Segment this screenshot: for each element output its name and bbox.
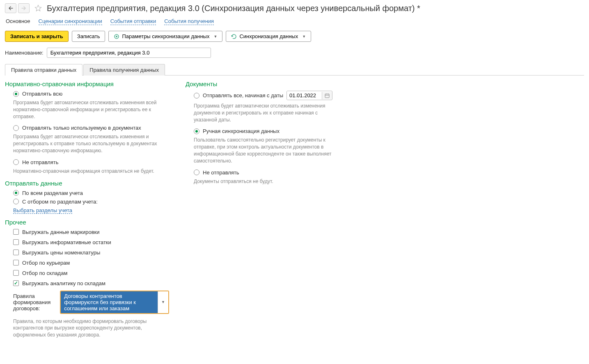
date-input-wrap (286, 91, 332, 100)
docs-no-send-desc: Документы отправляться не будут. (186, 178, 341, 185)
radio-icon (194, 93, 199, 98)
checkbox-export-warehouse-analytics[interactable]: Выгружать аналитику по складам (5, 280, 169, 286)
name-field-row: Наименование: (5, 48, 584, 58)
date-input[interactable] (287, 91, 322, 100)
svg-point-1 (116, 36, 117, 37)
caret-down-icon: ▼ (158, 291, 168, 313)
date-picker-button[interactable] (322, 92, 332, 99)
toolbar: Записать и закрыть Записать Параметры си… (5, 31, 584, 42)
nsi-no-send-desc: Нормативно-справочная информация отправл… (5, 168, 161, 175)
radio-icon (194, 128, 199, 134)
contract-rules-value: Договоры контрагентов формируются без пр… (61, 291, 158, 313)
nav-forward-button[interactable] (18, 3, 30, 13)
page-title: Бухгалтерия предприятия, редакция 3.0 (С… (47, 4, 420, 13)
refresh-icon (231, 34, 237, 39)
nsi-title: Нормативно-справочная информация (5, 80, 169, 87)
gear-sync-icon (114, 34, 119, 39)
checkbox-label: Выгружать аналитику по складам (22, 280, 105, 286)
radio-label: Ручная синхронизация данных (203, 128, 280, 134)
radio-docs-no-send[interactable]: Не отправлять (186, 169, 350, 176)
name-label: Наименование: (5, 50, 44, 56)
contract-rules-desc: Правила, по которым необходимо формирова… (5, 318, 169, 339)
radio-docs-manual-sync[interactable]: Ручная синхронизация данных (186, 128, 350, 134)
checkbox-label: Выгружать информативные остатки (22, 239, 111, 245)
caret-down-icon: ▼ (302, 34, 306, 39)
checkbox-filter-couriers[interactable]: Отбор по курьерам (5, 260, 169, 266)
contract-rules-select[interactable]: Договоры контрагентов формируются без пр… (60, 291, 169, 314)
radio-label: По всем разделам учета (22, 190, 83, 196)
radio-label: Отправлять все, начиная с даты (203, 92, 283, 98)
radio-label: С отбором по разделам учета: (22, 199, 98, 205)
radio-with-filter[interactable]: С отбором по разделам учета: (5, 199, 169, 205)
radio-icon (13, 159, 19, 165)
checkbox-label: Выгружать данные маркировки (22, 229, 100, 235)
send-data-title: Отправлять данные (5, 180, 169, 187)
radio-icon (13, 125, 19, 131)
columns-container: Нормативно-справочная информация Отправл… (5, 80, 584, 339)
checkbox-icon (13, 280, 19, 286)
radio-icon (13, 199, 19, 204)
inner-tabs: Правила отправки данных Правила получени… (5, 64, 584, 76)
nsi-send-all-desc: Программа будет автоматически отслеживат… (5, 99, 161, 120)
radio-nsi-no-send[interactable]: Не отправлять (5, 159, 169, 165)
checkbox-label: Выгружать цены номенклатуры (22, 250, 100, 256)
contract-rules-row: Правила формирования договоров: Договоры… (5, 291, 169, 314)
checkbox-icon (13, 239, 19, 245)
nav-tab-scenarios[interactable]: Сценарии синхронизации (39, 18, 102, 25)
checkbox-export-info-balances[interactable]: Выгружать информативные остатки (5, 239, 169, 245)
checkbox-icon (13, 250, 19, 255)
calendar-icon (325, 93, 330, 98)
checkbox-label: Отбор по курьерам (22, 260, 70, 266)
right-column: Документы Отправлять все, начиная с даты… (186, 80, 350, 339)
left-column: Нормативно-справочная информация Отправл… (5, 80, 169, 339)
checkbox-icon (13, 229, 19, 235)
docs-manual-sync-desc: Пользователь самостоятельно регистрирует… (186, 137, 341, 164)
save-close-button[interactable]: Записать и закрыть (5, 31, 69, 42)
checkbox-export-marking[interactable]: Выгружать данные маркировки (5, 229, 169, 235)
radio-label: Не отправлять (22, 159, 59, 165)
radio-all-sections[interactable]: По всем разделам учета (5, 190, 169, 196)
nav-tab-main[interactable]: Основное (6, 18, 30, 25)
caret-down-icon: ▼ (213, 34, 217, 39)
checkbox-icon (13, 270, 19, 276)
radio-label: Отправлять только используемую в докумен… (22, 125, 141, 131)
radio-nsi-send-all[interactable]: Отправлять всю (5, 91, 169, 97)
tab-send-rules[interactable]: Правила отправки данных (5, 64, 83, 76)
radio-docs-send-all-from[interactable]: Отправлять все, начиная с даты (186, 91, 350, 100)
favorite-star-icon[interactable] (34, 4, 43, 13)
nav-back-button[interactable] (5, 3, 16, 13)
sync-data-label: Синхронизация данных (239, 33, 298, 39)
other-title: Прочее (5, 219, 169, 226)
checkbox-export-prices[interactable]: Выгружать цены номенклатуры (5, 250, 169, 256)
radio-icon (13, 91, 19, 97)
sync-params-label: Параметры синхронизации данных (122, 33, 209, 39)
save-button[interactable]: Записать (72, 31, 105, 42)
radio-label: Отправлять всю (22, 91, 62, 97)
checkbox-icon (13, 260, 19, 266)
select-sections-link[interactable]: Выбрать разделы учета (13, 207, 72, 214)
nav-tab-send-events[interactable]: События отправки (110, 18, 156, 25)
radio-icon (13, 190, 19, 196)
name-input[interactable] (47, 48, 211, 58)
sync-data-button[interactable]: Синхронизация данных ▼ (226, 31, 311, 42)
nsi-send-used-desc: Программа будет автоматически отслеживат… (5, 133, 161, 154)
checkbox-filter-warehouses[interactable]: Отбор по складам (5, 270, 169, 276)
nav-tab-receive-events[interactable]: События получения (164, 18, 214, 25)
top-bar: Бухгалтерия предприятия, редакция 3.0 (С… (5, 3, 584, 13)
sync-params-button[interactable]: Параметры синхронизации данных ▼ (108, 31, 222, 42)
contract-rules-label: Правила формирования договоров: (13, 293, 57, 311)
checkbox-label: Отбор по складам (22, 270, 67, 276)
radio-label: Не отправлять (203, 169, 239, 176)
tab-receive-rules[interactable]: Правила получения данных (83, 64, 165, 76)
radio-nsi-send-used[interactable]: Отправлять только используемую в докумен… (5, 125, 169, 131)
nav-tabs: Основное Сценарии синхронизации События … (5, 18, 584, 25)
radio-icon (194, 169, 199, 175)
svg-rect-2 (325, 94, 329, 98)
docs-send-all-from-desc: Программа будет автоматически отслеживат… (186, 103, 341, 123)
docs-title: Документы (186, 80, 350, 87)
